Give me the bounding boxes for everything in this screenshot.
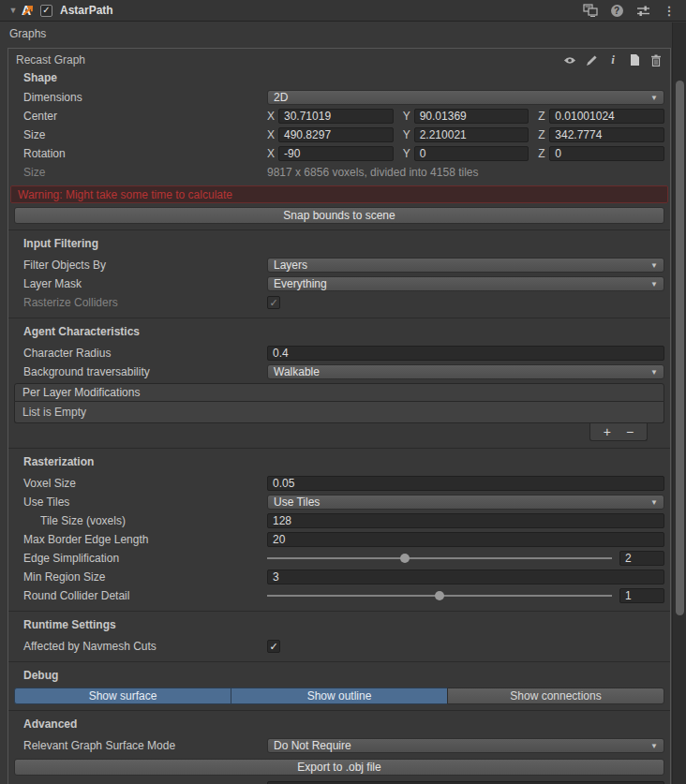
divider bbox=[8, 661, 670, 662]
chevron-down-icon: ▼ bbox=[650, 742, 658, 750]
rasterize-colliders-label: Rasterize Colliders bbox=[8, 296, 267, 309]
editor-windows-icon[interactable] bbox=[583, 3, 598, 18]
size-x-field[interactable]: 490.8297 bbox=[278, 127, 394, 142]
divider bbox=[8, 710, 670, 711]
edge-simplification-slider[interactable] bbox=[267, 551, 612, 566]
tile-size-field[interactable]: 128 bbox=[267, 513, 664, 528]
rotation-y-field[interactable]: 0 bbox=[414, 146, 529, 161]
voxel-size-info-value: 9817 x 6856 voxels, divided into 4158 ti… bbox=[267, 166, 479, 179]
duplicate-doc-icon[interactable] bbox=[628, 53, 641, 67]
show-outline-toggle[interactable]: Show outline bbox=[231, 688, 448, 704]
affected-by-navmesh-cuts-label: Affected by Navmesh Cuts bbox=[8, 640, 267, 653]
max-border-edge-length-field[interactable]: 20 bbox=[267, 532, 664, 547]
rotation-row: Rotation X -90 Y 0 Z 0 bbox=[8, 144, 670, 163]
warning-banner: Warning: Might take some time to calcula… bbox=[10, 185, 668, 203]
character-radius-row: Character Radius 0.4 bbox=[8, 344, 670, 362]
size-y-field[interactable]: 2.210021 bbox=[414, 127, 529, 142]
section-shape: Shape bbox=[8, 69, 670, 86]
chevron-down-icon: ▼ bbox=[650, 280, 658, 288]
affected-by-navmesh-cuts-row: Affected by Navmesh Cuts ✓ bbox=[8, 637, 670, 656]
min-region-size-label: Min Region Size bbox=[8, 570, 267, 584]
center-row: Center X 30.71019 Y 90.01369 Z 0.0100102… bbox=[8, 107, 670, 126]
chevron-down-icon: ▼ bbox=[650, 368, 658, 377]
foldout-arrow-icon[interactable]: ▼ bbox=[6, 6, 21, 15]
astar-logo-icon: A bbox=[21, 3, 36, 18]
background-traversability-label: Background traversability bbox=[8, 365, 267, 378]
per-layer-modifications-header[interactable]: Per Layer Modifications bbox=[14, 383, 664, 402]
component-header: ▼ A ✓ AstarPath ? bbox=[0, 0, 686, 22]
add-item-button[interactable]: + bbox=[604, 425, 611, 438]
axis-x-label: X bbox=[267, 147, 278, 160]
axis-y-label: Y bbox=[403, 110, 414, 123]
use-tiles-dropdown[interactable]: Use Tiles ▼ bbox=[267, 495, 664, 510]
size-z-field[interactable]: 342.7774 bbox=[549, 127, 664, 142]
scrollbar-track[interactable] bbox=[672, 22, 686, 784]
center-label: Center bbox=[8, 110, 267, 123]
axis-z-label: Z bbox=[538, 147, 549, 160]
slider-thumb[interactable] bbox=[400, 554, 410, 563]
dimensions-dropdown[interactable]: 2D ▼ bbox=[267, 90, 664, 105]
show-surface-toggle[interactable]: Show surface bbox=[14, 688, 231, 704]
trash-icon[interactable] bbox=[649, 53, 663, 67]
center-z-field[interactable]: 0.01001024 bbox=[549, 109, 664, 124]
axis-y-label: Y bbox=[403, 147, 414, 160]
voxel-size-field[interactable]: 0.05 bbox=[267, 476, 664, 491]
kebab-menu-icon[interactable]: ⋮ bbox=[662, 3, 677, 18]
presets-icon[interactable] bbox=[635, 3, 650, 18]
use-tiles-row: Use Tiles Use Tiles ▼ bbox=[8, 493, 670, 511]
rasterize-colliders-row: Rasterize Colliders ✓ bbox=[8, 293, 670, 312]
character-radius-field[interactable]: 0.4 bbox=[267, 346, 664, 361]
size-row: Size X 490.8297 Y 2.210021 Z 342.7774 bbox=[8, 126, 670, 144]
recast-graph-header[interactable]: Recast Graph i bbox=[8, 49, 670, 69]
min-region-size-row: Min Region Size 3 bbox=[8, 568, 670, 586]
divider bbox=[8, 229, 670, 230]
snap-bounds-button[interactable]: Snap bounds to scene bbox=[14, 207, 664, 224]
rotation-x-field[interactable]: -90 bbox=[278, 146, 394, 161]
background-traversability-dropdown[interactable]: Walkable ▼ bbox=[267, 364, 664, 379]
edge-simplification-field[interactable]: 2 bbox=[619, 551, 664, 566]
section-agent-characteristics: Agent Characteristics bbox=[8, 323, 670, 340]
eye-icon[interactable] bbox=[563, 53, 576, 67]
chevron-down-icon: ▼ bbox=[650, 261, 658, 270]
relevant-graph-surface-mode-row: Relevant Graph Surface Mode Do Not Requi… bbox=[8, 736, 670, 755]
layer-mask-row: Layer Mask Everything ▼ bbox=[8, 274, 670, 293]
component-enabled-checkbox[interactable]: ✓ bbox=[40, 5, 52, 17]
scrollbar-thumb[interactable] bbox=[676, 81, 684, 615]
remove-item-button[interactable]: − bbox=[626, 425, 634, 438]
rotation-label: Rotation bbox=[8, 147, 267, 160]
layer-mask-dropdown[interactable]: Everything ▼ bbox=[267, 276, 664, 291]
help-icon[interactable]: ? bbox=[609, 3, 624, 18]
relevant-graph-surface-mode-dropdown[interactable]: Do Not Require ▼ bbox=[267, 738, 664, 753]
slider-thumb[interactable] bbox=[435, 591, 444, 600]
export-obj-button[interactable]: Export to .obj file bbox=[14, 759, 664, 776]
divider bbox=[8, 611, 670, 612]
max-border-edge-length-row: Max Border Edge Length 20 bbox=[8, 530, 670, 549]
section-rasterization: Rasterization bbox=[8, 453, 670, 470]
center-x-field[interactable]: 30.71019 bbox=[278, 109, 394, 124]
section-advanced: Advanced bbox=[8, 716, 670, 732]
axis-y-label: Y bbox=[403, 128, 414, 141]
relevant-graph-surface-mode-label: Relevant Graph Surface Mode bbox=[8, 739, 267, 752]
filter-objects-by-dropdown[interactable]: Layers ▼ bbox=[267, 258, 664, 273]
tile-size-row: Tile Size (voxels) 128 bbox=[8, 511, 670, 530]
layer-mask-label: Layer Mask bbox=[8, 277, 267, 290]
round-collider-detail-slider[interactable] bbox=[267, 588, 612, 603]
per-layer-modifications-list: Per Layer Modifications List is Empty + … bbox=[14, 383, 664, 442]
dimensions-row: Dimensions 2D ▼ bbox=[8, 88, 670, 107]
rasterize-colliders-checkbox[interactable]: ✓ bbox=[267, 296, 280, 309]
center-y-field[interactable]: 90.01369 bbox=[414, 109, 529, 124]
axis-z-label: Z bbox=[538, 110, 549, 123]
min-region-size-field[interactable]: 3 bbox=[267, 570, 664, 584]
axis-z-label: Z bbox=[538, 128, 549, 141]
use-tiles-label: Use Tiles bbox=[8, 496, 267, 509]
divider bbox=[8, 318, 670, 318]
pencil-icon[interactable] bbox=[585, 53, 598, 67]
rotation-z-field[interactable]: 0 bbox=[549, 146, 664, 161]
info-icon[interactable]: i bbox=[606, 53, 619, 67]
round-collider-detail-field[interactable]: 1 bbox=[619, 588, 664, 603]
show-connections-toggle[interactable]: Show connections bbox=[447, 688, 664, 704]
section-runtime-settings: Runtime Settings bbox=[8, 616, 670, 633]
affected-by-navmesh-cuts-checkbox[interactable]: ✓ bbox=[267, 640, 280, 653]
section-input-filtering: Input Filtering bbox=[8, 235, 670, 252]
edge-simplification-row: Edge Simplification 2 bbox=[8, 549, 670, 568]
